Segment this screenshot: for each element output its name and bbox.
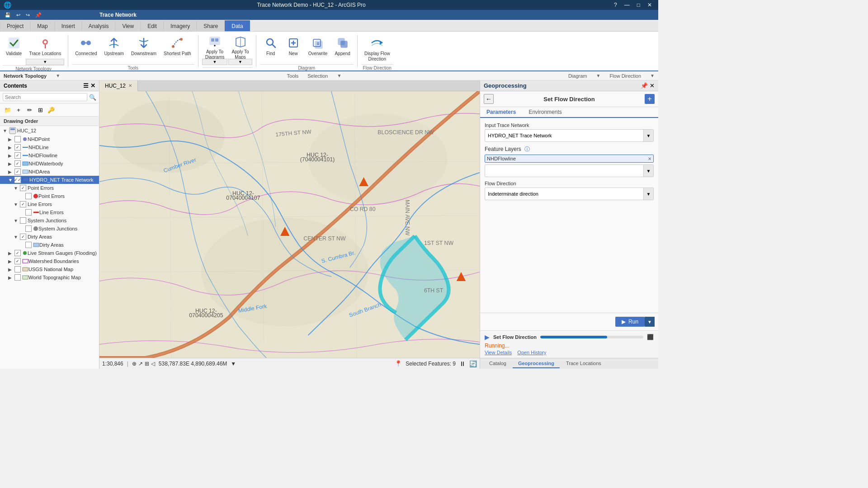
pause-icon[interactable]: ⏸	[459, 360, 466, 367]
display-flow-button[interactable]: Display FlowDirection	[361, 33, 393, 64]
tab-view[interactable]: View	[115, 20, 141, 31]
map-canvas[interactable]: HUC 12- (7040004101) HUC 12- 07040004107…	[99, 91, 480, 358]
layer-checkbox-usgs[interactable]	[14, 266, 21, 272]
run-dropdown-button[interactable]: ▼	[645, 317, 655, 327]
layer-checkbox-point-errors-grp[interactable]	[20, 185, 26, 191]
validate-button[interactable]: Validate	[3, 33, 25, 64]
layer-checkbox-nhdarea[interactable]	[14, 169, 21, 175]
expand-icon[interactable]: ▼	[14, 186, 20, 191]
expand-icon[interactable]: ▶	[8, 251, 14, 256]
add-group-button[interactable]: 📁	[3, 105, 13, 115]
layer-item-nhdarea[interactable]: ▶ NHDArea	[0, 168, 99, 176]
tab-data[interactable]: Data	[225, 20, 250, 31]
layer-checkbox-dirty[interactable]	[25, 242, 32, 248]
refresh-icon[interactable]: 🔄	[469, 360, 477, 367]
map-tab-close-icon[interactable]: ✕	[128, 83, 132, 88]
flow-direction-dropdown[interactable]: ▼	[643, 188, 653, 200]
layer-item-nhdpoint[interactable]: ▶ NHDPoint	[0, 135, 99, 143]
search-input[interactable]	[3, 93, 87, 101]
layer-item-nhdline[interactable]: ▶ NHDLine	[0, 143, 99, 151]
layer-checkbox-live-stream[interactable]	[14, 250, 21, 256]
expand-icon[interactable]: ▶	[8, 267, 14, 272]
geo-back-button[interactable]: ←	[484, 94, 494, 104]
geo-pin-icon[interactable]: 📌	[641, 82, 648, 89]
upstream-button[interactable]: Upstream	[101, 33, 127, 64]
view-details-link[interactable]: View Details	[485, 350, 512, 355]
downstream-button[interactable]: Downstream	[128, 33, 160, 64]
redo-button[interactable]: ↪	[24, 12, 32, 19]
help-button[interactable]: ?	[611, 2, 620, 8]
tab-insert[interactable]: Insert	[55, 20, 82, 31]
input-trace-network-field[interactable]: ▼	[485, 129, 654, 142]
expand-icon[interactable]: ▶	[8, 259, 14, 264]
edit-layer-button[interactable]: ✏	[24, 105, 34, 115]
layer-checkbox-watershed[interactable]	[14, 258, 21, 264]
layer-checkbox-line-errors-grp[interactable]	[20, 201, 26, 207]
properties-button[interactable]: 🔑	[46, 105, 56, 115]
contents-header-controls[interactable]: ☰ ✕	[83, 82, 95, 89]
tab-edit[interactable]: Edit	[141, 20, 164, 31]
add-layer-button[interactable]: +	[14, 105, 24, 115]
layer-item-live-stream[interactable]: ▶ Live Stream Gauges (Flooding)	[0, 249, 99, 257]
search-icon[interactable]: 🔍	[89, 94, 96, 101]
layer-item-system-junctions[interactable]: System Junctions	[0, 225, 99, 233]
open-history-link[interactable]: Open History	[517, 350, 546, 355]
progress-stop-icon[interactable]: ⬛	[647, 334, 654, 340]
layer-item-nhdwaterbody[interactable]: ▶ NHDWaterbody	[0, 160, 99, 168]
geo-close-icon[interactable]: ✕	[650, 82, 655, 89]
layer-checkbox-nhdflowline[interactable]	[14, 152, 21, 159]
layer-item-hydro-net[interactable]: ▼ ✓ HYDRO_NET Trace Network	[0, 176, 99, 184]
layer-item-huc12[interactable]: ▼ HUC_12	[0, 126, 99, 135]
expand-icon[interactable]: ▼	[14, 235, 20, 239]
overwrite-button[interactable]: Overwrite	[305, 33, 331, 64]
geo-tab-parameters[interactable]: Parameters	[480, 107, 522, 118]
layer-item-point-errors-group[interactable]: ▼ Point Errors	[0, 184, 99, 192]
undo-button[interactable]: ↩	[14, 12, 22, 19]
input-trace-network-input[interactable]	[485, 131, 643, 140]
layer-checkbox-world-topo[interactable]	[14, 274, 21, 281]
layer-checkbox-dirty-grp[interactable]	[20, 234, 26, 240]
layer-checkbox-nhdline[interactable]	[14, 144, 21, 150]
layer-checkbox-point-errors[interactable]	[25, 193, 32, 199]
layer-checkbox-hydro[interactable]: ✓	[14, 177, 21, 183]
coordinate-toggle[interactable]: ▼	[231, 361, 236, 367]
layer-item-dirty-areas[interactable]: Dirty Areas	[0, 241, 99, 249]
tab-imagery[interactable]: Imagery	[164, 20, 197, 31]
expand-icon[interactable]: ▼	[14, 202, 20, 207]
find-button[interactable]: Find	[260, 33, 282, 64]
pin-button[interactable]: 📌	[33, 12, 43, 19]
expand-icon[interactable]: ▼	[14, 218, 20, 223]
layer-item-dirty-areas-group[interactable]: ▼ Dirty Areas	[0, 233, 99, 241]
apply-maps-button[interactable]: Apply ToMaps	[228, 33, 252, 59]
apply-diagrams-button[interactable]: Apply ToDiagrams	[202, 33, 228, 59]
layer-checkbox-nhdpoint[interactable]	[14, 136, 21, 142]
feature-layer-1-remove[interactable]: ✕	[648, 156, 651, 161]
expand-icon[interactable]: ▼	[8, 178, 14, 183]
tab-analysis[interactable]: Analysis	[82, 20, 116, 31]
layer-checkbox-sys-junc[interactable]	[25, 225, 32, 232]
layer-item-point-errors[interactable]: Point Errors	[0, 192, 99, 200]
trace-locations-button[interactable]: Trace Locations	[26, 33, 64, 59]
minimize-button[interactable]: —	[622, 2, 632, 8]
title-bar-controls[interactable]: ? — □ ✕	[611, 2, 655, 8]
layer-item-nhdflowline[interactable]: ▶ NHDFlowline	[0, 151, 99, 160]
geo-header-buttons[interactable]: 📌 ✕	[641, 82, 655, 89]
bottom-tab-trace-locations[interactable]: Trace Locations	[561, 359, 607, 368]
layer-item-line-errors-group[interactable]: ▼ Line Errors	[0, 200, 99, 208]
expand-icon[interactable]: ▶	[8, 275, 14, 280]
expand-icon[interactable]: ▶	[8, 169, 14, 174]
map-area[interactable]: HUC_12 ✕	[99, 80, 480, 369]
layer-item-usgs[interactable]: ▶ USGS National Map	[0, 265, 99, 273]
connected-button[interactable]: Connected	[72, 33, 100, 64]
expand-icon[interactable]: ▶	[8, 145, 14, 150]
layer-checkbox-sys-junc-grp[interactable]	[20, 217, 26, 224]
apply-maps-dropdown[interactable]: ▼	[228, 59, 252, 65]
apply-diagrams-dropdown[interactable]: ▼	[202, 59, 228, 65]
shortest-path-button[interactable]: Shortest Path	[160, 33, 194, 64]
layer-checkbox-line-errors[interactable]	[25, 209, 32, 216]
flow-direction-field[interactable]: ▼	[485, 188, 654, 200]
geo-tab-environments[interactable]: Environments	[522, 107, 568, 117]
close-button[interactable]: ✕	[645, 2, 655, 8]
geo-add-button[interactable]: +	[645, 94, 655, 104]
map-controls-icons[interactable]: ⊕ ↗ ⊞ ◁	[132, 361, 155, 367]
